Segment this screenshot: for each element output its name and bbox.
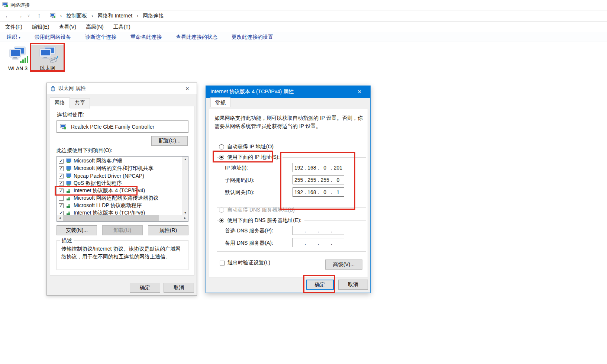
manual-ip-label: 使用下面的 IP 地址(S): xyxy=(227,154,280,161)
menu-tools[interactable]: 工具(T) xyxy=(113,24,130,30)
adapter-ethernet-label: 以太网 xyxy=(31,65,65,72)
toolbar-view-status[interactable]: 查看此连接的状态 xyxy=(176,34,217,41)
dot-separator: . xyxy=(304,240,306,246)
octet: 0 xyxy=(332,177,344,183)
vertical-scrollbar[interactable]: ▲ ▼ xyxy=(182,157,188,216)
ipv4-properties-dialog: Internet 协议版本 4 (TCP/IPv4) 属性 ✕ 常规 如果网络支… xyxy=(206,86,371,293)
menu-view[interactable]: 查看(V) xyxy=(59,24,77,30)
checkbox[interactable] xyxy=(59,166,64,171)
scroll-right-icon[interactable]: ► xyxy=(182,216,188,220)
list-item[interactable]: Microsoft LLDP 协议驱动程序 xyxy=(57,202,182,209)
octet: 192 xyxy=(293,165,304,171)
toolbar-rename-connection[interactable]: 重命名此连接 xyxy=(130,34,162,41)
back-icon[interactable]: ← xyxy=(4,12,12,20)
horizontal-scrollbar[interactable]: ◄ ► xyxy=(57,215,188,221)
scrollbar-thumb[interactable] xyxy=(63,215,159,221)
description-groupbox: 描述 传输控制协议/Internet 协议。该协议是默认的广域网络协议，用于在不… xyxy=(56,240,188,270)
list-item[interactable]: Microsoft 网络客户端 xyxy=(57,157,182,165)
auto-ip-radio-row[interactable]: 自动获得 IP 地址(O) xyxy=(219,144,274,150)
checkbox[interactable] xyxy=(59,189,64,193)
checkbox[interactable] xyxy=(59,196,64,201)
manual-ip-radio-row[interactable]: 使用下面的 IP 地址(S): xyxy=(219,154,282,161)
menu-file[interactable]: 文件(F) xyxy=(5,24,22,30)
dot-separator: . xyxy=(331,240,332,246)
validate-settings-checkbox[interactable] xyxy=(220,261,225,265)
alternate-dns-label: 备用 DNS 服务器(A): xyxy=(225,240,273,247)
menu-advanced[interactable]: 高级(N) xyxy=(86,24,103,30)
scroll-up-icon[interactable]: ▲ xyxy=(182,157,188,162)
adapter-name-box: Realtek PCIe GbE Family Controller xyxy=(56,120,188,133)
client-service-icon xyxy=(66,173,71,178)
manual-ip-radio[interactable] xyxy=(219,155,224,160)
properties-button[interactable]: 属性(R) xyxy=(148,225,188,235)
octet: 0 xyxy=(319,165,330,171)
scroll-left-icon[interactable]: ◄ xyxy=(57,216,63,220)
client-service-icon xyxy=(66,158,71,164)
configure-button[interactable]: 配置(C)... xyxy=(151,136,188,146)
list-item[interactable]: Npcap Packet Driver (NPCAP) xyxy=(57,172,182,180)
manual-dns-label: 使用下面的 DNS 服务器地址(E): xyxy=(227,217,301,224)
octet: 192 xyxy=(293,189,304,195)
preferred-dns-field[interactable]: . . . xyxy=(293,226,344,235)
octet: 0 xyxy=(319,189,330,195)
subnet-mask-field[interactable]: 255. 255. 255. 0 xyxy=(293,175,344,184)
advanced-button[interactable]: 高级(V)... xyxy=(325,260,362,270)
octet: 168 xyxy=(306,165,317,171)
dot-separator: . xyxy=(318,240,319,246)
tab-general[interactable]: 常规 xyxy=(210,97,230,107)
network-connections-window: 网络连接 ← → ˅ ↑ › 控制面板 › 网络和 Internet › 网络连… xyxy=(0,0,607,364)
checkbox[interactable] xyxy=(59,174,64,178)
toolbar-disable-device[interactable]: 禁用此网络设备 xyxy=(35,34,71,41)
forward-icon[interactable]: → xyxy=(16,12,24,20)
octet: 1 xyxy=(332,189,344,195)
checkbox[interactable] xyxy=(59,203,64,208)
list-actions: 安装(N)... 卸载(U) 属性(R) xyxy=(50,225,194,235)
close-icon[interactable]: ✕ xyxy=(353,89,366,95)
ethernet-plug-icon xyxy=(51,86,55,91)
checkbox[interactable] xyxy=(59,159,64,164)
ipv4-dialog-title: Internet 协议版本 4 (TCP/IPv4) 属性 xyxy=(210,88,294,95)
list-item[interactable]: Microsoft 网络的文件和打印机共享 xyxy=(57,165,182,172)
adapter-wlan3[interactable]: WLAN 3 xyxy=(1,46,35,71)
description-text: 传输控制协议/Internet 协议。该协议是默认的广域网络协议，用于在不同的相… xyxy=(57,241,188,261)
breadcrumb-control-panel[interactable]: 控制面板 xyxy=(66,13,87,19)
manual-dns-radio-row[interactable]: 使用下面的 DNS 服务器地址(E): xyxy=(219,217,304,224)
menu-edit[interactable]: 编辑(E) xyxy=(32,24,49,30)
recent-pages-chevron-icon[interactable]: ˅ xyxy=(28,14,31,18)
octet: 255 xyxy=(293,177,304,183)
install-button[interactable]: 安装(N)... xyxy=(56,225,97,235)
wlan-adapter-icon xyxy=(7,46,29,64)
toolbar-change-settings[interactable]: 更改此连接的设置 xyxy=(232,34,273,41)
tab-sharing[interactable]: 共享 xyxy=(70,98,90,109)
ok-button[interactable]: 确定 xyxy=(130,283,160,293)
manual-dns-radio[interactable] xyxy=(219,218,224,223)
cancel-button[interactable]: 取消 xyxy=(164,283,194,293)
list-item[interactable]: QoS 数据包计划程序 xyxy=(57,180,182,187)
toolbar-diagnose-connection[interactable]: 诊断这个连接 xyxy=(85,34,116,41)
tab-network[interactable]: 网络 xyxy=(50,97,70,108)
list-item[interactable]: Microsoft 网络适配器多路传送器协议 xyxy=(57,194,182,202)
up-icon[interactable]: ↑ xyxy=(35,12,43,20)
dot-separator: . xyxy=(304,228,306,233)
default-gateway-field[interactable]: 192. 168. 0. 1 xyxy=(293,187,344,197)
auto-ip-radio[interactable] xyxy=(219,144,224,149)
close-icon[interactable]: ✕ xyxy=(182,86,193,91)
breadcrumb-network-internet[interactable]: 网络和 Internet xyxy=(98,13,132,19)
list-item-label: Internet 协议版本 4 (TCP/IPv4) xyxy=(74,187,145,194)
ethernet-properties-dialog: 以太网 属性 ✕ 网络 共享 连接时使用: Realtek PCIe GbE F… xyxy=(46,83,197,296)
list-item-ipv4[interactable]: Internet 协议版本 4 (TCP/IPv4) xyxy=(57,187,182,194)
address-bar[interactable]: › 控制面板 › 网络和 Internet › 网络连接 xyxy=(50,13,164,19)
breadcrumb-network-connections[interactable]: 网络连接 xyxy=(143,13,164,19)
dot-separator: . xyxy=(318,228,319,233)
cancel-button[interactable]: 取消 xyxy=(338,280,368,290)
ip-address-field[interactable]: 192. 168. 0. 201 xyxy=(293,163,344,172)
octet: 168 xyxy=(306,189,317,195)
connection-items-list: Microsoft 网络客户端 Microsoft 网络的文件和打印机共享 Np… xyxy=(56,156,188,222)
ok-button[interactable]: 确定 xyxy=(306,280,334,290)
validate-settings-row[interactable]: 退出时验证设置(L) xyxy=(220,260,270,266)
adapter-ethernet[interactable]: 以太网 xyxy=(31,45,65,71)
checkbox[interactable] xyxy=(59,181,64,186)
alternate-dns-field[interactable]: . . . xyxy=(293,238,344,247)
client-service-icon xyxy=(66,166,71,171)
toolbar-organize[interactable]: 组织▾ xyxy=(7,34,20,41)
